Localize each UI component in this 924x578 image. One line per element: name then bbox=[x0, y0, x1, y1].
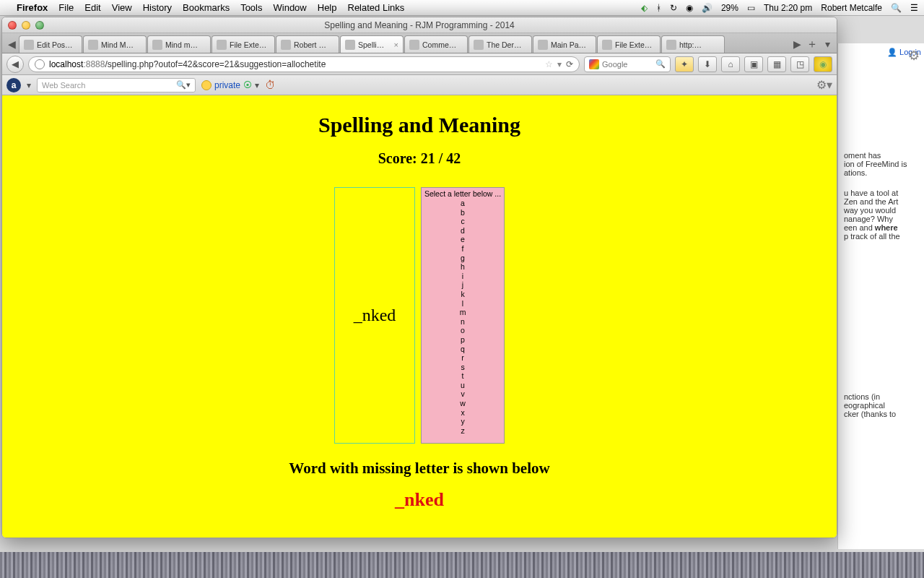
login-icon: 👤 bbox=[887, 48, 897, 56]
tab-9[interactable]: File Exte… bbox=[597, 35, 661, 53]
toolbar-button-5[interactable]: ▦ bbox=[767, 56, 786, 72]
letter-option-t[interactable]: t bbox=[423, 371, 502, 381]
bookmark-star-icon[interactable]: ☆ bbox=[545, 59, 553, 69]
tab-5[interactable]: Spelli…× bbox=[340, 35, 404, 53]
menu-view[interactable]: View bbox=[112, 2, 132, 13]
letter-option-w[interactable]: w bbox=[423, 399, 502, 408]
letter-option-b[interactable]: b bbox=[423, 208, 502, 217]
bluetooth-icon[interactable]: ᚼ bbox=[656, 3, 661, 13]
favicon-icon bbox=[602, 40, 612, 50]
menu-help[interactable]: Help bbox=[318, 2, 337, 13]
downloads-button[interactable]: ⬇ bbox=[698, 56, 717, 72]
background-gear-icon[interactable]: ⚙ bbox=[908, 48, 920, 64]
amazon-icon[interactable]: a bbox=[6, 78, 21, 92]
letter-option-s[interactable]: s bbox=[423, 363, 502, 372]
letter-option-x[interactable]: x bbox=[423, 408, 502, 418]
menu-related-links[interactable]: Related Links bbox=[348, 2, 405, 13]
wifi-icon[interactable]: ◉ bbox=[686, 3, 693, 13]
tab-scroll-left[interactable]: ◀ bbox=[5, 35, 18, 53]
tab-3[interactable]: File Exte… bbox=[212, 35, 275, 53]
tab-7[interactable]: The Der… bbox=[468, 35, 532, 53]
reload-button[interactable]: ⟳ bbox=[566, 59, 573, 69]
timemachine-icon[interactable]: ↻ bbox=[670, 3, 677, 13]
letter-option-m[interactable]: m bbox=[423, 308, 502, 317]
hint-word: _nked bbox=[2, 489, 837, 511]
tab-8[interactable]: Main Pa… bbox=[533, 35, 596, 53]
spotlight-icon[interactable]: 🔍 bbox=[891, 3, 902, 13]
search-bar[interactable]: Google 🔍 bbox=[584, 56, 671, 72]
tab-10[interactable]: http:… bbox=[661, 35, 725, 53]
search-go-icon[interactable]: 🔍 bbox=[655, 59, 666, 69]
private-key-icon: ⦿ bbox=[243, 80, 252, 90]
menu-tools[interactable]: Tools bbox=[240, 2, 262, 13]
settings-gear-icon[interactable]: ⚙▾ bbox=[816, 78, 832, 92]
letter-select-box[interactable]: Select a letter below ... abcdefghijklmn… bbox=[421, 187, 505, 444]
new-tab-button[interactable]: ＋ bbox=[804, 35, 820, 53]
menu-file[interactable]: File bbox=[58, 2, 74, 13]
bookmarks-button[interactable]: ▣ bbox=[744, 56, 763, 72]
letter-option-u[interactable]: u bbox=[423, 381, 502, 390]
letter-option-d[interactable]: d bbox=[423, 226, 502, 236]
dropbox-icon[interactable]: ⬖ bbox=[641, 3, 648, 13]
letter-option-c[interactable]: c bbox=[423, 217, 502, 226]
private-dropdown-icon[interactable]: ▾ bbox=[255, 80, 259, 90]
window-close-button[interactable] bbox=[8, 21, 17, 30]
app-name[interactable]: Firefox bbox=[17, 2, 48, 13]
notification-center-icon[interactable]: ☰ bbox=[910, 3, 918, 13]
site-identity-icon[interactable] bbox=[35, 59, 45, 69]
web-search-input[interactable]: Web Search 🔍▾ bbox=[37, 78, 196, 92]
menu-window[interactable]: Window bbox=[274, 2, 307, 13]
letter-option-v[interactable]: v bbox=[423, 389, 502, 399]
tab-1[interactable]: Mind M… bbox=[83, 35, 147, 53]
window-titlebar[interactable]: Spelling and Meaning - RJM Programming -… bbox=[2, 17, 837, 33]
letter-option-k[interactable]: k bbox=[423, 290, 502, 299]
back-button[interactable]: ◀ bbox=[6, 56, 24, 73]
letter-option-g[interactable]: g bbox=[423, 254, 502, 263]
letter-option-z[interactable]: z bbox=[423, 426, 502, 436]
letter-option-r[interactable]: r bbox=[423, 353, 502, 363]
menu-bookmarks[interactable]: Bookmarks bbox=[183, 2, 230, 13]
user-name[interactable]: Robert Metcalfe bbox=[821, 3, 882, 13]
letter-option-a[interactable]: a bbox=[423, 199, 502, 208]
letter-option-l[interactable]: l bbox=[423, 299, 502, 309]
bg-text: u have a tool at bbox=[844, 189, 921, 197]
dropdown-icon[interactable]: ▾ bbox=[557, 59, 562, 69]
bg-text: way you would bbox=[844, 206, 921, 215]
clock[interactable]: Thu 2:20 pm bbox=[764, 3, 812, 13]
letter-option-n[interactable]: n bbox=[423, 317, 502, 327]
tab-2[interactable]: Mind m… bbox=[147, 35, 211, 53]
bg-text: eographical bbox=[844, 401, 921, 410]
letter-option-q[interactable]: q bbox=[423, 345, 502, 354]
dock-reflection bbox=[0, 552, 924, 578]
toolbar-button-1[interactable]: ✦ bbox=[675, 56, 694, 72]
stopwatch-icon[interactable]: ⏱ bbox=[265, 79, 276, 91]
tab-scroll-right[interactable]: ▶ bbox=[790, 35, 803, 53]
url-bar[interactable]: localhost:8888/spelling.php?outof=42&sco… bbox=[28, 56, 580, 72]
home-button[interactable]: ⌂ bbox=[721, 56, 740, 72]
letter-option-i[interactable]: i bbox=[423, 272, 502, 281]
tab-6[interactable]: Comme… bbox=[404, 35, 468, 53]
letter-option-f[interactable]: f bbox=[423, 244, 502, 254]
tab-list-button[interactable]: ▾ bbox=[821, 35, 834, 53]
menu-history[interactable]: History bbox=[143, 2, 172, 13]
tab-0[interactable]: Edit Pos… bbox=[19, 35, 82, 53]
tab-label: File Exte… bbox=[615, 40, 652, 49]
window-minimize-button[interactable] bbox=[22, 21, 30, 30]
volume-icon[interactable]: 🔊 bbox=[702, 3, 712, 13]
addon-dropdown-icon[interactable]: ▾ bbox=[27, 80, 31, 90]
letter-option-h[interactable]: h bbox=[423, 262, 502, 272]
letter-option-p[interactable]: p bbox=[423, 335, 502, 345]
letter-option-y[interactable]: y bbox=[423, 417, 502, 426]
window-zoom-button[interactable] bbox=[35, 21, 44, 30]
letter-option-o[interactable]: o bbox=[423, 326, 502, 335]
menu-edit[interactable]: Edit bbox=[84, 2, 100, 13]
letter-option-e[interactable]: e bbox=[423, 235, 502, 244]
tab-close-icon[interactable]: × bbox=[394, 40, 398, 49]
tab-4[interactable]: Robert … bbox=[276, 35, 339, 53]
letter-option-j[interactable]: j bbox=[423, 280, 502, 290]
private-toggle[interactable]: private ⦿ ▾ bbox=[201, 80, 259, 90]
battery-icon[interactable]: ▭ bbox=[747, 3, 755, 13]
toolbar-button-7[interactable]: ◉ bbox=[814, 56, 832, 72]
web-search-go-icon[interactable]: 🔍▾ bbox=[176, 80, 191, 90]
toolbar-button-6[interactable]: ◳ bbox=[790, 56, 809, 72]
